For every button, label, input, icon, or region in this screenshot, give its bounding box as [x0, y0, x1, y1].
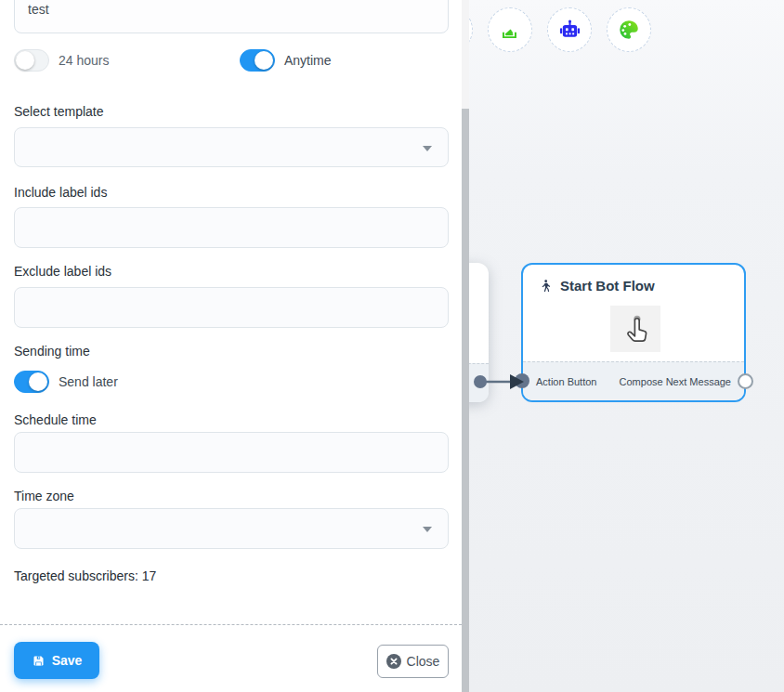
time-zone-dropdown[interactable]	[14, 508, 449, 549]
24-hours-toggle[interactable]	[14, 49, 49, 72]
robot-icon	[557, 18, 582, 43]
flow-canvas[interactable]: Start Bot Flow Action Button Compose Nex…	[469, 0, 784, 692]
bot-flow-builder: 24 hours Anytime Select template Include…	[0, 0, 784, 692]
toggle-knob	[255, 51, 273, 70]
anytime-label: Anytime	[284, 53, 332, 68]
broadcast-settings-panel: 24 hours Anytime Select template Include…	[0, 0, 462, 692]
footer-divider	[0, 624, 462, 625]
action-button-port-label: Action Button	[536, 376, 596, 387]
close-circle-icon	[386, 654, 401, 669]
toolbar-button-bot[interactable]	[547, 7, 592, 52]
send-later-toggle[interactable]	[14, 371, 49, 393]
select-template-label: Select template	[14, 104, 104, 119]
24-hours-toggle-row: 24 hours	[14, 49, 109, 72]
targeted-subscribers-label: Targeted subscribers:	[14, 568, 138, 583]
node-title: Start Bot Flow	[560, 278, 655, 294]
palette-icon	[617, 18, 641, 42]
hidden-node-footer	[469, 363, 489, 402]
toggle-knob	[29, 372, 47, 391]
targeted-subscribers-count: 17	[142, 568, 157, 583]
toolbar-button-theme[interactable]	[607, 7, 651, 52]
close-button[interactable]: Close	[377, 645, 449, 678]
anytime-toggle[interactable]	[240, 49, 275, 72]
schedule-time-input[interactable]	[14, 432, 449, 473]
time-zone-label: Time zone	[14, 489, 74, 503]
toolbar-button-stack[interactable]	[488, 7, 532, 52]
scrollbar-thumb[interactable]	[462, 109, 469, 692]
send-later-label: Send later	[59, 374, 118, 389]
sending-time-label: Sending time	[14, 344, 90, 359]
input-port[interactable]	[515, 373, 529, 388]
compose-next-message-port-label: Compose Next Message	[620, 376, 731, 387]
toolbar-button-partial[interactable]	[469, 7, 473, 52]
24-hours-label: 24 hours	[59, 53, 109, 68]
include-label-ids-input[interactable]	[14, 207, 449, 248]
tap-hand-icon	[618, 311, 653, 346]
node-footer: Action Button Compose Next Message	[523, 361, 744, 400]
include-label-ids-label: Include label ids	[14, 185, 107, 200]
toggle-knob	[16, 51, 34, 70]
output-port[interactable]	[738, 373, 753, 389]
targeted-subscribers: Targeted subscribers: 17	[14, 568, 156, 583]
stack-icon	[498, 18, 522, 42]
schedule-time-label: Schedule time	[14, 412, 97, 427]
select-template-dropdown[interactable]	[14, 127, 449, 167]
campaign-name-input[interactable]	[14, 0, 449, 33]
walking-person-icon	[538, 279, 553, 294]
save-button-label: Save	[52, 653, 83, 668]
save-icon	[32, 654, 46, 668]
send-later-toggle-row: Send later	[14, 371, 118, 393]
exclude-label-ids-input[interactable]	[14, 287, 449, 328]
save-button[interactable]: Save	[14, 642, 99, 679]
anytime-toggle-row: Anytime	[240, 49, 332, 72]
start-bot-flow-node[interactable]: Start Bot Flow Action Button Compose Nex…	[521, 263, 746, 402]
exclude-label-ids-label: Exclude label ids	[14, 264, 111, 279]
panel-scrollbar[interactable]	[462, 0, 469, 692]
tap-image-placeholder[interactable]	[610, 306, 660, 352]
hidden-node-partial[interactable]	[469, 263, 489, 402]
close-button-label: Close	[407, 654, 440, 669]
node-header: Start Bot Flow	[523, 265, 744, 294]
